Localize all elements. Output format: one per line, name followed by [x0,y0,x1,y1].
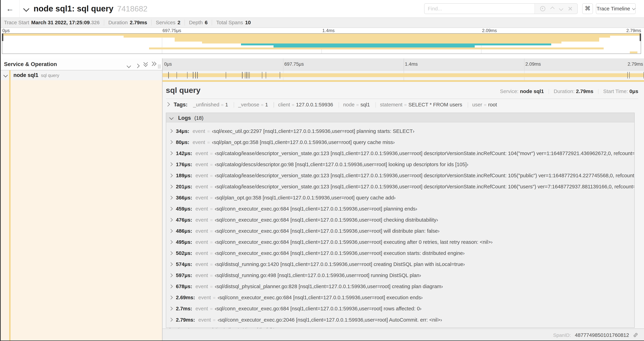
tag-item[interactable]: _verbose=1 [230,102,268,107]
log-timestamp: 366μs: [176,195,192,200]
tag-value: root [488,102,497,107]
log-entry[interactable]: 476μs:event=‹sql/conn_executor_exec.go:6… [166,214,634,225]
log-field-name: event [196,150,208,156]
log-entry[interactable]: 366μs:event=‹sql/plan_opt.go:358 [nsql1,… [166,192,634,203]
minimap-span-bar [241,44,551,45]
expand-all-icon[interactable] [150,61,156,68]
minimap-canvas[interactable] [2,33,641,54]
tag-key: _verbose [238,102,259,107]
log-timestamp: 142μs: [176,150,192,156]
log-expand-chevron-icon [169,251,173,255]
tag-value: 1 [265,102,268,107]
divider [184,20,185,26]
ruler-gridline [404,58,404,70]
start-time-label: Start Time: [603,88,628,94]
span-row-timeline[interactable] [162,70,644,80]
viewport-left-handle[interactable] [2,34,3,41]
trace-title: node sql1: sql query7418682 [34,0,148,18]
log-tick-mark [280,72,280,79]
span-row[interactable]: node sql1 sql query [1,70,644,80]
log-entry[interactable]: 201μs:event=‹sql/catalog/lease/descripto… [166,181,634,192]
log-tick-mark [245,72,245,79]
back-button[interactable]: ← [1,0,20,17]
view-selector-button[interactable]: Trace Timeline [596,3,636,14]
span-collapse-chevron-icon[interactable] [3,73,8,78]
ruler-gridline [524,58,524,70]
log-field-name: event [196,283,208,289]
log-entry[interactable]: 495μs:event=‹sql/conn_executor_exec.go:6… [166,236,634,248]
minimap-tick-label: 0μs [2,28,10,33]
log-entry[interactable]: 2.79ms:event=‹sql/conn_executor_exec.go:… [166,314,634,325]
service-color-strip [9,70,10,80]
spanid-label: SpanID: [553,332,571,338]
log-tick-mark [242,72,242,79]
previous-match-icon[interactable] [550,7,555,11]
log-equals: = [205,129,212,134]
expand-one-icon[interactable] [136,62,139,69]
tag-item[interactable]: statement=SELECT * FROM users [371,102,462,107]
column-resizer-handle[interactable] [158,65,161,69]
log-entry[interactable]: 678μs:event=‹sql/distsql_physical_planne… [166,281,634,292]
chevron-down-icon [632,7,636,10]
log-entry[interactable]: 574μs:event=‹sql/distsql_running.go:1420… [166,259,634,270]
span-duration-bar[interactable] [162,73,644,77]
logs-section: Logs (18) 34μs:event=‹sql/exec_util.go:2… [166,113,635,328]
tag-value: 127.0.0.1:59936 [296,102,333,107]
log-entry[interactable]: 597μs:event=‹sql/distsql_running.go:498 … [166,270,634,281]
keyboard-shortcuts-button[interactable]: ⌘ [582,3,593,14]
log-entry[interactable]: 486μs:event=‹sql/conn_executor_exec.go:6… [166,225,634,236]
copy-link-icon[interactable] [633,332,638,338]
log-entry[interactable]: 2.69ms:event=‹sql/conn_executor_exec.go:… [166,292,634,303]
collapse-all-icon[interactable] [143,61,148,68]
logs-header[interactable]: Logs (18) [166,113,634,122]
log-equals: = [208,306,215,311]
log-field-name: event [196,217,208,223]
log-expand-chevron-icon [169,162,173,166]
viewport-right-handle[interactable] [640,34,641,41]
log-entry[interactable]: 459μs:event=‹sql/conn_executor_exec.go:6… [166,203,634,214]
log-timestamp: 2.79ms: [176,317,195,323]
logs-list: 34μs:event=‹sql/exec_util.go:2297 [nsql1… [166,122,634,325]
trace-timeline-page: ← node sql1: sql query7418682 ⌘ Trace Ti… [0,0,644,341]
services-label: Services [156,20,176,26]
tags-accordion[interactable]: Tags: _unfinished=1 _verbose=1 client=12… [166,102,638,109]
log-entry[interactable]: 2.7ms:event=‹sql/conn_executor_exec.go:6… [166,303,634,314]
log-timestamp: 597μs: [176,272,192,278]
find-input[interactable] [424,4,534,14]
tag-item[interactable]: _unfinished=1 [193,102,228,107]
depth-label: Depth [189,20,203,26]
log-entry[interactable]: 176μs:event=‹sql/catalog/descs/descripto… [166,159,634,170]
trace-id: 7418682 [117,4,147,13]
tag-item[interactable]: client=127.0.0.1:59936 [270,102,333,107]
locate-match-icon[interactable] [540,6,545,11]
divider [548,89,549,94]
tag-equals: = [354,102,360,107]
collapse-one-icon[interactable] [127,62,130,69]
log-equals: = [208,173,215,178]
log-equals: = [208,184,215,189]
log-field-value: ‹sql/conn_executor_exec.go:684 [nsql1,cl… [218,294,423,300]
tag-item[interactable]: node=sql1 [334,102,370,107]
tag-value: 1 [225,102,228,107]
log-equals: = [211,317,218,323]
clear-search-icon[interactable] [568,7,572,11]
tag-equals: = [290,102,296,107]
divider [468,102,468,108]
tag-item[interactable]: user=root [464,102,497,107]
trace-start-label: Trace Start [4,20,29,26]
next-match-icon[interactable] [559,7,563,11]
log-entry[interactable]: 142μs:event=‹sql/catalog/lease/descripto… [166,148,634,159]
log-entry[interactable]: 34μs:event=‹sql/exec_util.go:2297 [nsql1… [166,126,634,137]
trace-collapse-chevron-icon[interactable] [23,6,30,12]
detail-meta: Service: node sql1 Duration: 2.79ms Star… [500,88,638,94]
log-entry[interactable]: 502μs:event=‹sql/conn_executor_exec.go:6… [166,248,634,259]
column-divider[interactable] [162,58,162,340]
log-tick-mark [193,72,193,79]
log-field-name: event [196,228,208,234]
log-entry[interactable]: 80μs:event=‹sql/plan_opt.go:358 [nsql1,c… [166,137,634,148]
time-ruler: 0μs 697.75μs 1.4ms 2.09ms 2.79ms [162,58,644,70]
log-entry[interactable]: 189μs:event=‹sql/catalog/lease/descripto… [166,170,634,181]
log-field-name: event [193,139,205,145]
tag-key: _unfinished [193,102,219,107]
span-row-name-column[interactable]: node sql1 sql query [1,70,162,80]
